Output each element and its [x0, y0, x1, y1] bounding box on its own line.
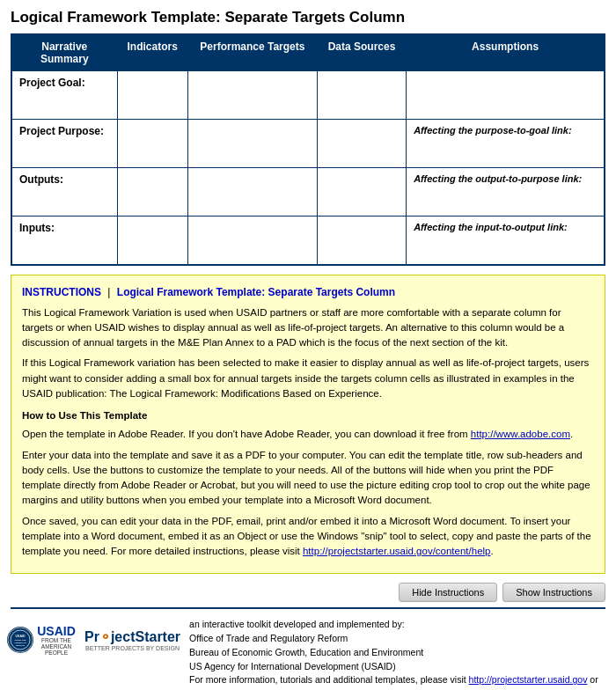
col-header-performance: Performance Targets	[187, 34, 317, 71]
col-header-narrative: Narrative Summary	[11, 34, 117, 71]
how-to-para-1: Open the template in Adobe Reader. If yo…	[22, 427, 594, 442]
usaid-subtext: FROM THE AMERICAN PEOPLE	[37, 637, 76, 656]
row-datasources-purpose	[317, 120, 406, 168]
row-performance-outputs	[187, 168, 317, 217]
row-datasources-goal	[317, 71, 406, 120]
row-label-goal: Project Goal:	[11, 71, 117, 120]
col-header-datasources: Data Sources	[317, 34, 406, 71]
project-starter-logo-area: Pr⚬jectStarter BETTER PROJECTS BY DESIGN	[84, 629, 180, 651]
footer-logos: USAID FROM THE AMERICAN PEOPLE USAID FRO…	[11, 618, 180, 662]
footer-developed-by: an interactive toolkit developed and imp…	[189, 618, 605, 632]
col-header-assumptions: Assumptions	[407, 34, 605, 71]
row-assumptions-inputs: Affecting the input-to-output link:	[407, 217, 605, 265]
footer-org2: Bureau of Economic Growth, Education and…	[189, 646, 605, 660]
show-instructions-button[interactable]: Show Instructions	[502, 583, 605, 602]
row-label-outputs: Outputs:	[11, 168, 117, 217]
row-assumptions-goal	[407, 71, 605, 120]
footer-more-info: For more information, tutorials and addi…	[189, 673, 605, 690]
footer-org1: Office of Trade and Regulatory Reform	[189, 632, 605, 646]
hide-instructions-button[interactable]: Hide Instructions	[399, 583, 497, 602]
row-performance-goal	[187, 71, 317, 120]
row-indicators-purpose	[117, 120, 187, 168]
instructions-title: INSTRUCTIONS | Logical Framework Templat…	[22, 284, 594, 300]
row-label-purpose: Project Purpose:	[11, 120, 117, 168]
row-assumptions-purpose: Affecting the purpose-to-goal link:	[407, 120, 605, 168]
page-title: Logical Framework Template: Separate Tar…	[0, 0, 616, 33]
instructions-subtitle: Logical Framework Template: Separate Tar…	[117, 286, 395, 298]
row-assumptions-outputs: Affecting the output-to-purpose link:	[407, 168, 605, 217]
table-row: Project Purpose: Affecting the purpose-t…	[11, 120, 605, 168]
footer-org3: US Agency for International Development …	[189, 660, 605, 674]
col-header-indicators: Indicators	[117, 34, 187, 71]
row-performance-inputs	[187, 217, 317, 265]
project-starter-logo: Pr⚬jectStarter	[84, 629, 180, 645]
row-label-inputs: Inputs:	[11, 217, 117, 265]
instruction-buttons-row: Hide Instructions Show Instructions	[11, 583, 605, 602]
help-link[interactable]: http://projectstarter.usaid.gov/content/…	[303, 546, 491, 556]
usaid-seal: USAID FROM THE AMERICAN PEOPLE	[7, 627, 33, 653]
row-indicators-goal	[117, 71, 187, 120]
footer-text: an interactive toolkit developed and imp…	[189, 618, 605, 690]
footer: USAID FROM THE AMERICAN PEOPLE USAID FRO…	[11, 607, 605, 690]
usaid-text: USAID	[37, 625, 76, 637]
project-starter-tagline: BETTER PROJECTS BY DESIGN	[85, 645, 180, 651]
footer-usaid-site-link[interactable]: http://projectstarter.usaid.gov	[469, 674, 588, 685]
table-row: Project Goal:	[11, 71, 605, 120]
table-row: Inputs: Affecting the input-to-output li…	[11, 217, 605, 265]
svg-text:PEOPLE: PEOPLE	[16, 644, 25, 647]
how-to-heading: How to Use This Template	[22, 408, 594, 423]
adobe-link[interactable]: http://www.adobe.com	[471, 429, 570, 439]
instructions-para-2: If this Logical Framework variation has …	[22, 356, 594, 401]
usaid-logo: USAID FROM THE AMERICAN PEOPLE USAID FRO…	[11, 618, 72, 662]
instructions-para-1: This Logical Framework Variation is used…	[22, 305, 594, 351]
instructions-box: INSTRUCTIONS | Logical Framework Templat…	[11, 275, 605, 575]
instructions-bold-title: INSTRUCTIONS	[22, 286, 101, 298]
row-indicators-outputs	[117, 168, 187, 217]
how-to-para-2: Enter your data into the template and sa…	[22, 448, 594, 509]
row-datasources-outputs	[317, 168, 406, 217]
logframe-table: Narrative Summary Indicators Performance…	[11, 33, 605, 266]
svg-text:USAID: USAID	[16, 635, 26, 638]
how-to-para-3: Once saved, you can edit your data in th…	[22, 514, 594, 560]
row-performance-purpose	[187, 120, 317, 168]
table-row: Outputs: Affecting the output-to-purpose…	[11, 168, 605, 217]
row-indicators-inputs	[117, 217, 187, 265]
row-datasources-inputs	[317, 217, 406, 265]
